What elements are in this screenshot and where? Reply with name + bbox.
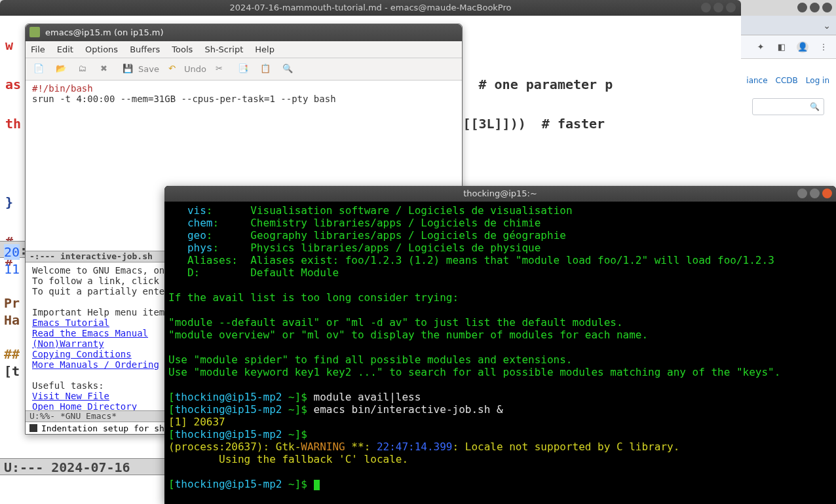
num: 20 [4, 244, 20, 260]
tool-save[interactable]: 💾Save [123, 63, 159, 75]
menu-tools[interactable]: Tools [172, 45, 193, 54]
clipboard-icon: 📋 [260, 63, 273, 75]
code-frag: } [5, 194, 13, 210]
prompt-user: thocking@ip15-mp2 [175, 403, 282, 416]
cat: chem [187, 217, 213, 229]
maximize-icon[interactable] [810, 189, 820, 198]
txt: To quit a partially ente [32, 286, 164, 297]
search-icon: 🔍 [810, 102, 820, 111]
link-more[interactable]: More Manuals / Ordering [32, 359, 159, 370]
prompt-user: thocking@ip15-mp2 [175, 391, 282, 403]
browser-tabstrip: ⌄ [741, 16, 836, 35]
link-iance[interactable]: iance [746, 76, 767, 85]
tool-undo[interactable]: ↶Undo [168, 63, 206, 75]
link-visit[interactable]: Visit New File [32, 391, 109, 401]
file-new-icon: 📄 [33, 63, 47, 75]
chevron-down-icon[interactable]: ⌄ [823, 20, 831, 31]
close-x-icon: ✖ [100, 63, 113, 75]
txt: Useful tasks: [32, 380, 104, 391]
menu-options[interactable]: Options [85, 45, 118, 54]
tool-cut[interactable]: ✂ [216, 63, 229, 75]
prompt-path: ~ [288, 478, 295, 490]
close-icon[interactable] [822, 3, 832, 12]
tool-new[interactable]: 📄 [33, 63, 47, 75]
link-tutorial[interactable]: Emacs Tutorial [32, 317, 109, 328]
menu-help[interactable]: Help [255, 45, 275, 54]
desc: Physics libraries/apps / Logiciels de ph… [250, 242, 541, 254]
line: D: Default Module [187, 266, 339, 279]
maximize-icon[interactable] [810, 3, 820, 12]
link-manual[interactable]: Read the Emacs Manual [32, 328, 148, 338]
emacs2-titlebar[interactable]: emacs@ip15.m (on ip15.m) [26, 24, 462, 41]
minimize-icon[interactable] [797, 3, 807, 12]
bg-left-frag: 20 11 Pr Ha ## [t [4, 243, 20, 380]
menu-edit[interactable]: Edit [57, 45, 73, 54]
cmd: module avail|less [314, 391, 421, 403]
wiki-search-box[interactable]: 🔍 [752, 98, 824, 115]
cat: vis [187, 204, 206, 217]
warn: **: [345, 441, 377, 453]
sidepanel-icon[interactable]: ◧ [776, 41, 788, 53]
folder-open-icon: 📂 [56, 63, 69, 75]
close-icon[interactable] [822, 189, 832, 198]
code-frag: th [5, 116, 21, 132]
txt: Pr [4, 295, 20, 311]
bg-emacs-titlebar: 2024-07-16-mammouth-tutorial.md - emacs@… [0, 0, 741, 16]
txt: [t [4, 363, 20, 379]
maximize-icon[interactable] [713, 3, 723, 12]
folder-icon: 🗂 [78, 63, 91, 75]
prompt-user: thocking@ip15-mp2 [175, 428, 282, 441]
desc: Chemistry libraries/apps / Logiciels de … [250, 217, 541, 229]
label: Save [138, 64, 159, 74]
minimize-icon[interactable] [797, 189, 807, 198]
line: Aliases: Aliases exist: foo/1.2.3 (1.2) … [187, 254, 774, 266]
prompt-user: thocking@ip15-mp2 [175, 478, 282, 490]
menu-shscript[interactable]: Sh-Script [204, 45, 243, 54]
cat: geo [187, 229, 206, 242]
terminal-title: thocking@ip15:~ [463, 189, 537, 198]
link-ccdb[interactable]: CCDB [776, 76, 798, 85]
prompt-path: ~ [288, 428, 295, 441]
link-copying[interactable]: Copying Conditions [32, 349, 132, 359]
terminal-titlebar[interactable]: thocking@ip15:~ [164, 186, 836, 202]
desc: Visualisation software / Logiciels de vi… [250, 204, 572, 217]
minimize-icon[interactable] [701, 3, 711, 12]
line: If the avail list is too long consider t… [168, 291, 459, 304]
modeline-text: U:--- 2024-07-16 [4, 459, 130, 475]
link-login[interactable]: Log in [806, 76, 829, 85]
scissors-icon: ✂ [216, 63, 229, 75]
emacs2-menubar: File Edit Options Buffers Tools Sh-Scrip… [26, 41, 462, 58]
warn: WARNING [301, 441, 345, 453]
line: "module --default avail" or "ml -d av" t… [168, 316, 623, 329]
copy-icon: 📑 [238, 63, 251, 75]
extensions-icon[interactable]: ✦ [755, 41, 767, 53]
close-icon[interactable] [726, 3, 736, 12]
minibuffer-text: Indentation setup for sh [41, 423, 164, 433]
line: Use "module spider" to find all possible… [168, 353, 573, 366]
tool-kill[interactable]: ✖ [100, 63, 113, 75]
terminal-body[interactable]: vis: Visualisation software / Logiciels … [164, 202, 836, 493]
tool-copy[interactable]: 📑 [238, 63, 251, 75]
menu-file[interactable]: File [31, 45, 45, 54]
num: 11 [4, 261, 20, 277]
prompt-path: ~ [288, 391, 295, 403]
profile-icon[interactable]: 👤 [797, 41, 808, 53]
tool-dir[interactable]: 🗂 [78, 63, 91, 75]
tool-open[interactable]: 📂 [56, 63, 69, 75]
emacs2-title: emacs@ip15.m (on ip15.m) [45, 24, 164, 41]
link-open[interactable]: Open Home Directory [32, 401, 137, 410]
bg-emacs-title: 2024-07-16-mammouth-tutorial.md - emacs@… [229, 3, 511, 12]
txt: Ha [4, 312, 20, 328]
job: [1] 20637 [168, 416, 225, 428]
txt: Important Help menu item [32, 307, 164, 317]
emacs-icon [29, 27, 40, 37]
warn: : Locale not supported by C library. [453, 441, 680, 453]
link-warranty[interactable]: (Non)Warranty [32, 338, 104, 349]
modeline-text: -:--- interactive-job.sh [29, 251, 153, 262]
kebab-menu-icon[interactable]: ⋮ [818, 41, 829, 53]
line: Use "module keyword key1 key2 ..." to se… [168, 366, 780, 378]
tool-paste[interactable]: 📋 [260, 63, 273, 75]
tool-search[interactable]: 🔍 [282, 63, 295, 75]
menu-buffers[interactable]: Buffers [130, 45, 160, 54]
txt: ## [4, 346, 20, 362]
